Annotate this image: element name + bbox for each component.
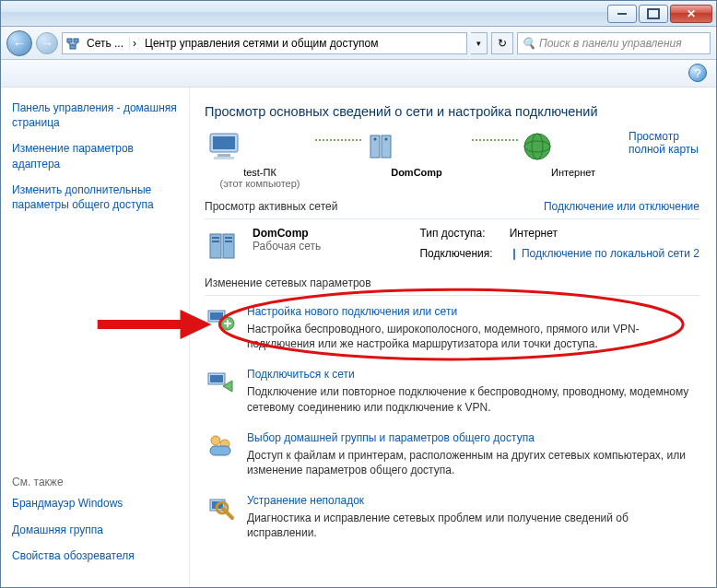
nav-forward-button[interactable]: → bbox=[36, 32, 58, 54]
svg-rect-4 bbox=[213, 136, 235, 149]
ethernet-icon: ❙ bbox=[510, 247, 519, 260]
svg-rect-19 bbox=[225, 241, 232, 242]
troubleshoot-icon bbox=[205, 494, 236, 540]
svg-point-10 bbox=[385, 138, 388, 141]
content-area: Панель управления - домашняя страница Из… bbox=[1, 88, 716, 587]
window-frame: ✕ ← → Сеть ... › Центр управления сетями… bbox=[0, 0, 717, 588]
task-desc: Подключение или повторное подключение к … bbox=[247, 384, 699, 414]
map-node-label: test-ПК bbox=[205, 167, 315, 178]
sidebar-link-homegroup[interactable]: Домашняя группа bbox=[12, 523, 178, 537]
section-active-heading: Просмотр активных сетей bbox=[205, 200, 337, 213]
svg-rect-18 bbox=[225, 237, 232, 239]
arrow-right-icon: → bbox=[41, 36, 53, 51]
prop-connections-label: Подключения: bbox=[419, 247, 492, 264]
task-title: Устранение неполадок bbox=[247, 494, 699, 507]
map-connector bbox=[315, 130, 361, 150]
nav-back-button[interactable]: ← bbox=[6, 30, 32, 56]
svg-point-25 bbox=[211, 436, 220, 445]
toolbar: ? bbox=[1, 60, 716, 88]
computer-icon bbox=[205, 130, 243, 163]
svg-rect-1 bbox=[74, 39, 78, 42]
sidebar-link-home[interactable]: Панель управления - домашняя страница bbox=[12, 100, 178, 130]
svg-point-11 bbox=[524, 134, 550, 159]
map-node-label: Интернет bbox=[518, 167, 629, 178]
globe-icon bbox=[518, 130, 557, 163]
map-node-network[interactable]: DomComp bbox=[361, 130, 472, 178]
new-connection-icon bbox=[205, 305, 236, 351]
main-pane: Просмотр основных сведений о сети и наст… bbox=[190, 88, 716, 587]
connect-network-icon bbox=[205, 368, 236, 414]
page-title: Просмотр основных сведений о сети и наст… bbox=[205, 104, 699, 119]
svg-point-9 bbox=[374, 138, 377, 141]
svg-rect-27 bbox=[210, 446, 230, 455]
chevron-right-icon: › bbox=[130, 37, 139, 50]
sidebar-link-firewall[interactable]: Брандмауэр Windows bbox=[12, 496, 178, 511]
task-troubleshoot[interactable]: Устранение неполадок Диагностика и испра… bbox=[205, 494, 699, 540]
network-icon bbox=[65, 36, 81, 51]
task-list: Настройка нового подключения или сети На… bbox=[205, 305, 699, 541]
breadcrumb-seg-1[interactable]: Сеть ... bbox=[81, 37, 130, 50]
task-new-connection[interactable]: Настройка нового подключения или сети На… bbox=[205, 305, 699, 351]
svg-rect-21 bbox=[210, 312, 223, 320]
maximize-button[interactable] bbox=[639, 5, 668, 23]
svg-rect-24 bbox=[210, 375, 223, 382]
svg-rect-5 bbox=[217, 154, 230, 157]
chevron-down-icon: ▾ bbox=[476, 39, 481, 48]
task-title: Выбор домашней группы и параметров общег… bbox=[247, 431, 699, 444]
breadcrumb[interactable]: Сеть ... › Центр управления сетями и общ… bbox=[62, 32, 467, 54]
breadcrumb-history-button[interactable]: ▾ bbox=[471, 32, 488, 54]
sidebar: Панель управления - домашняя страница Из… bbox=[1, 88, 190, 587]
map-node-this-pc[interactable]: test-ПК (этот компьютер) bbox=[205, 130, 315, 189]
arrow-left-icon: ← bbox=[13, 36, 26, 51]
active-network-category[interactable]: Рабочая сеть bbox=[253, 240, 321, 253]
search-input[interactable]: 🔍 Поиск в панели управления bbox=[517, 32, 711, 54]
server-icon bbox=[361, 130, 400, 163]
task-desc: Доступ к файлам и принтерам, расположенн… bbox=[247, 448, 699, 477]
help-button[interactable]: ? bbox=[688, 64, 707, 82]
svg-rect-6 bbox=[214, 157, 234, 159]
help-icon: ? bbox=[694, 66, 700, 80]
refresh-icon: ↻ bbox=[498, 37, 507, 50]
sidebar-link-internet-options[interactable]: Свойства обозревателя bbox=[12, 548, 178, 563]
address-bar: ← → Сеть ... › Центр управления сетями и… bbox=[1, 27, 716, 60]
sidebar-see-also-heading: См. также bbox=[12, 476, 178, 488]
map-node-sublabel: (этот компьютер) bbox=[205, 178, 315, 189]
task-desc: Настройка беспроводного, широкополосного… bbox=[247, 322, 699, 351]
svg-rect-17 bbox=[212, 241, 219, 242]
refresh-button[interactable]: ↻ bbox=[491, 32, 513, 54]
task-title: Подключиться к сети bbox=[247, 368, 699, 381]
connection-link[interactable]: Подключение по локальной сети 2 bbox=[522, 247, 699, 260]
section-change-heading: Изменение сетевых параметров bbox=[205, 276, 371, 289]
active-network-row: DomComp Рабочая сеть Тип доступа: Интерн… bbox=[205, 227, 699, 264]
active-network-name[interactable]: DomComp bbox=[253, 227, 321, 240]
close-button[interactable]: ✕ bbox=[670, 5, 712, 23]
svg-rect-0 bbox=[67, 39, 72, 42]
task-desc: Диагностика и исправление сетевых пробле… bbox=[247, 511, 699, 540]
prop-access-label: Тип доступа: bbox=[419, 227, 492, 243]
sidebar-link-adapter-settings[interactable]: Изменение параметров адаптера bbox=[12, 141, 178, 171]
task-homegroup[interactable]: Выбор домашней группы и параметров общег… bbox=[205, 431, 699, 477]
prop-access-value: Интернет bbox=[510, 227, 699, 243]
titlebar: ✕ bbox=[1, 1, 716, 27]
minimize-button[interactable] bbox=[607, 5, 637, 23]
map-node-internet[interactable]: Интернет bbox=[518, 130, 629, 178]
svg-rect-16 bbox=[212, 237, 219, 239]
svg-rect-2 bbox=[70, 45, 76, 49]
task-title: Настройка нового подключения или сети bbox=[247, 305, 699, 318]
map-connector bbox=[472, 130, 518, 150]
homegroup-icon bbox=[205, 431, 236, 477]
search-placeholder: Поиск в панели управления bbox=[539, 37, 682, 50]
connect-disconnect-link[interactable]: Подключение или отключение bbox=[544, 200, 699, 213]
sidebar-link-sharing-settings[interactable]: Изменить дополнительные параметры общего… bbox=[12, 182, 178, 212]
search-icon: 🔍 bbox=[522, 37, 535, 50]
full-map-link[interactable]: Просмотр полной карты bbox=[629, 130, 699, 156]
task-connect-network[interactable]: Подключиться к сети Подключение или повт… bbox=[205, 368, 699, 414]
network-category-icon bbox=[205, 227, 243, 264]
map-node-label: DomComp bbox=[361, 167, 472, 178]
breadcrumb-seg-2[interactable]: Центр управления сетями и общим доступом bbox=[139, 37, 384, 50]
